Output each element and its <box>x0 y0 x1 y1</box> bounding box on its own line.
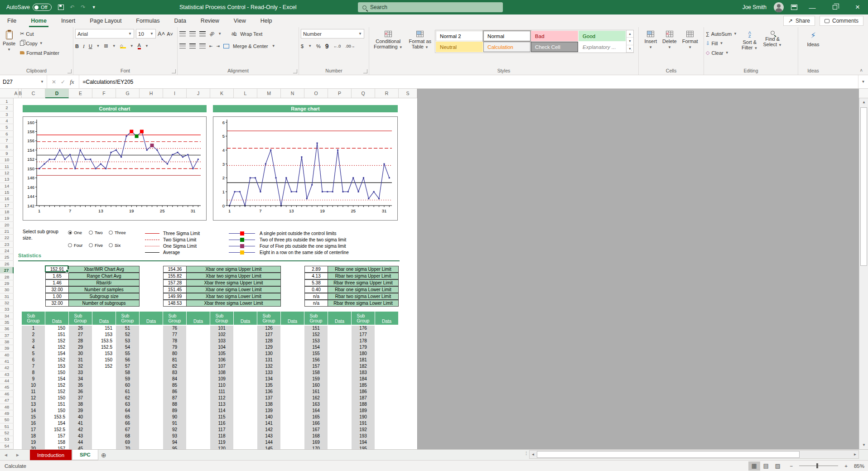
style-normal-2[interactable]: Normal 2 <box>436 31 483 41</box>
row-header-14[interactable]: 14 <box>0 183 14 189</box>
row-header-11[interactable]: 11 <box>0 163 14 170</box>
subgroup-number-cell[interactable]: 60 <box>116 383 139 389</box>
style-explanatory-[interactable]: Explanatory ... <box>579 42 626 52</box>
row-header-41[interactable]: 41 <box>0 358 14 365</box>
subgroup-number-cell[interactable]: 158 <box>304 370 328 376</box>
subgroup-number-cell[interactable]: 142 <box>257 427 280 433</box>
subgroup-number-cell[interactable]: 42 <box>69 427 92 433</box>
subgroup-number-cell[interactable]: 70 <box>116 446 139 449</box>
subgroup-number-cell[interactable]: 106 <box>210 357 233 364</box>
data-value-cell[interactable]: 151 <box>45 402 65 408</box>
subgroup-number-cell[interactable]: 156 <box>304 357 328 364</box>
subgroup-number-cell[interactable]: 9 <box>22 376 45 383</box>
stat-label-cell[interactable]: Xbar one sigma Lower Limit <box>186 286 281 293</box>
data-value-cell[interactable]: 152.5 <box>45 427 65 433</box>
column-header-I[interactable]: I <box>163 89 187 98</box>
sheet-tab-spc[interactable]: SPC <box>72 450 98 460</box>
stat-value-cell[interactable]: 154.36 <box>163 266 187 273</box>
subgroup-number-cell[interactable]: 109 <box>210 376 233 383</box>
subgroup-number-cell[interactable]: 127 <box>257 332 280 338</box>
subgroup-number-cell[interactable]: 13 <box>22 402 45 408</box>
data-value-cell[interactable]: 150 <box>45 395 65 402</box>
subgroup-number-cell[interactable]: 32 <box>69 364 92 370</box>
column-header-F[interactable]: F <box>92 89 116 98</box>
gallery-down-icon[interactable]: ▼ <box>627 38 633 45</box>
align-middle-icon[interactable] <box>189 31 196 36</box>
merge-center-button[interactable]: Merge & Center <box>233 43 268 49</box>
row-header-7[interactable]: 7 <box>0 137 14 144</box>
data-value-cell[interactable]: 151 <box>45 332 65 338</box>
stat-label-cell[interactable]: Rbar three sigma Upper Limit <box>328 279 399 286</box>
stat-label-cell[interactable]: Range Chart Avg <box>68 273 140 279</box>
align-right-icon[interactable] <box>199 43 206 48</box>
subgroup-number-cell[interactable]: 179 <box>352 345 375 351</box>
row-header-49[interactable]: 49 <box>0 410 14 417</box>
subgroup-number-cell[interactable]: 194 <box>352 440 375 446</box>
italic-button[interactable]: I <box>83 43 85 49</box>
subgroup-number-cell[interactable]: 79 <box>163 345 186 351</box>
page-layout-view-icon[interactable]: ▤ <box>760 461 772 471</box>
gallery-more-icon[interactable]: ▼̱ <box>627 45 633 53</box>
autosave-toggle[interactable]: AutoSave Off <box>6 4 52 11</box>
subgroup-number-cell[interactable]: 90 <box>163 414 186 421</box>
row-header-44[interactable]: 44 <box>0 378 14 384</box>
stat-label-cell[interactable]: Rbar two sigma Upper Limit <box>328 273 399 279</box>
subgroup-number-cell[interactable]: 61 <box>116 389 139 395</box>
scroll-left-icon[interactable]: ◄ <box>530 452 536 457</box>
stat-value-cell[interactable]: 151.45 <box>163 286 187 293</box>
row-header-32[interactable]: 32 <box>0 300 14 306</box>
subgroup-number-cell[interactable]: 170 <box>304 446 328 449</box>
subgroup-number-cell[interactable]: 29 <box>69 345 92 351</box>
conditional-formatting-button[interactable]: ConditionalFormatting ▼ <box>371 29 405 51</box>
data-value-cell[interactable]: 150 <box>92 357 112 364</box>
stat-value-cell[interactable]: n/a <box>304 293 328 300</box>
new-sheet-button[interactable]: ⊕ <box>98 450 109 460</box>
font-name-combo[interactable]: Arial▼ <box>75 29 134 38</box>
underline-button[interactable]: U <box>89 43 92 49</box>
subgroup-number-cell[interactable]: 129 <box>257 345 280 351</box>
subgroup-number-cell[interactable]: 52 <box>116 332 139 338</box>
ideas-button[interactable]: ⚡ Ideas <box>798 29 828 49</box>
data-value-cell[interactable]: 150 <box>45 326 65 332</box>
stat-label-cell[interactable]: Number of samples <box>68 286 140 293</box>
stat-label-cell[interactable]: Rbar/d2 <box>68 279 140 286</box>
avatar[interactable] <box>774 2 784 12</box>
ribbon-tab-file[interactable]: File <box>0 14 24 27</box>
subgroup-number-cell[interactable]: 81 <box>163 357 186 364</box>
name-box[interactable]: D27▼ <box>0 75 47 88</box>
subgroup-number-cell[interactable]: 134 <box>257 376 280 383</box>
row-header-38[interactable]: 38 <box>0 339 14 345</box>
subgroup-number-cell[interactable]: 18 <box>22 433 45 440</box>
subgroup-number-cell[interactable]: 166 <box>304 421 328 427</box>
row-header-53[interactable]: 53 <box>0 436 14 442</box>
subgroup-number-cell[interactable]: 36 <box>69 389 92 395</box>
stat-label-cell[interactable]: Xbar/IMR Chart Avg <box>68 266 140 273</box>
subgroup-number-cell[interactable]: 53 <box>116 338 139 345</box>
subgroup-number-cell[interactable]: 88 <box>163 402 186 408</box>
borders-icon[interactable]: ⊞ <box>104 43 108 49</box>
row-header-39[interactable]: 39 <box>0 345 14 351</box>
subgroup-number-cell[interactable]: 15 <box>22 414 45 421</box>
decrease-decimal-icon[interactable]: .00→ <box>345 44 355 48</box>
ribbon-tab-data[interactable]: Data <box>167 14 193 27</box>
column-header-A[interactable]: A <box>14 89 19 98</box>
format-cells-button[interactable]: Format▼ <box>680 29 701 51</box>
subgroup-number-cell[interactable]: 119 <box>210 440 233 446</box>
subgroup-number-cell[interactable]: 190 <box>352 414 375 421</box>
row-header-28[interactable]: 28 <box>0 274 14 280</box>
row-header-36[interactable]: 36 <box>0 326 14 332</box>
row-header-33[interactable]: 33 <box>0 306 14 312</box>
subgroup-number-cell[interactable]: 94 <box>163 440 186 446</box>
subgroup-number-cell[interactable]: 163 <box>304 402 328 408</box>
subgroup-number-cell[interactable]: 183 <box>352 370 375 376</box>
row-header-40[interactable]: 40 <box>0 352 14 358</box>
cut-button[interactable]: ✂Cut <box>18 29 61 38</box>
accounting-format-icon[interactable]: $ <box>301 43 304 49</box>
row-header-29[interactable]: 29 <box>0 280 14 287</box>
subgroup-number-cell[interactable]: 132 <box>257 364 280 370</box>
zoom-in-icon[interactable]: + <box>844 463 848 469</box>
ribbon-tab-view[interactable]: View <box>227 14 253 27</box>
subgroup-number-cell[interactable]: 112 <box>210 395 233 402</box>
subgroup-number-cell[interactable]: 152 <box>304 332 328 338</box>
row-header-4[interactable]: 4 <box>0 118 14 124</box>
